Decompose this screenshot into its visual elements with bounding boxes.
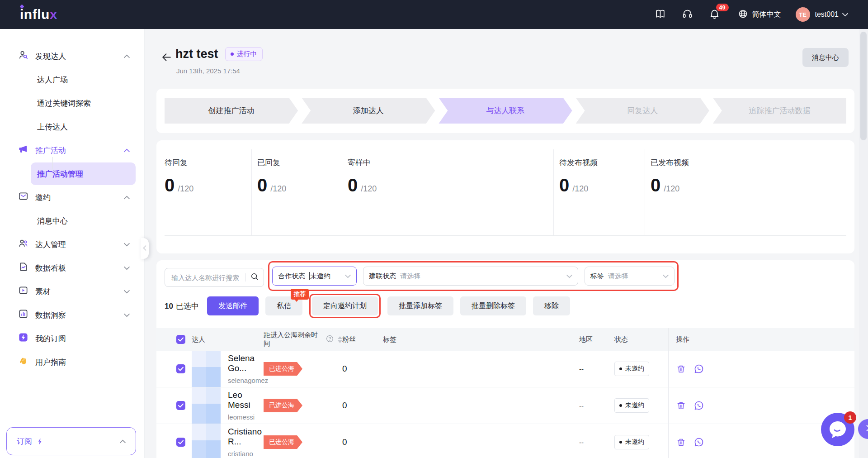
chat-widget-button[interactable]: 1 xyxy=(821,413,854,446)
sidebar-item-message-center[interactable]: 消息中心 xyxy=(0,209,144,233)
status-dot xyxy=(231,52,234,56)
support-button[interactable] xyxy=(681,8,694,21)
delete-icon[interactable] xyxy=(676,364,686,374)
batch-add-tags-button[interactable]: 批量添加标签 xyxy=(387,296,453,315)
help-icon[interactable] xyxy=(326,335,334,344)
message-center-button[interactable]: 消息中心 xyxy=(802,48,849,67)
lightning-tile-icon xyxy=(18,332,28,345)
sidebar-item-label: 数据洞察 xyxy=(35,310,66,320)
sidebar-item-user-guide[interactable]: 用户指南 xyxy=(0,350,144,374)
page-scrollbar xyxy=(859,29,868,458)
select-label: 标签 xyxy=(590,272,604,281)
remove-button[interactable]: 移除 xyxy=(533,296,570,315)
column-status: 状态 xyxy=(614,335,668,344)
column-region: 地区 xyxy=(579,335,614,344)
sidebar-active-row: 推广活动管理 xyxy=(0,162,144,186)
divider xyxy=(245,273,246,281)
sidebar-item-creator-marketplace[interactable]: 达人广场 xyxy=(0,68,144,91)
sidebar-item-campaigns[interactable]: 推广活动 xyxy=(0,138,144,162)
lightning-icon xyxy=(36,437,44,446)
row-checkbox[interactable] xyxy=(176,438,185,447)
sidebar-item-invitations[interactable]: 邀约 xyxy=(0,186,144,209)
creator-name: Cristiano R... xyxy=(228,427,264,447)
send-email-button[interactable]: 发送邮件 xyxy=(207,296,259,315)
creator-avatar xyxy=(192,424,221,458)
pool-status-badge: 已进公海 xyxy=(264,362,302,376)
selected-count: 10已选中 xyxy=(165,301,199,311)
whatsapp-icon[interactable] xyxy=(693,363,704,374)
language-switcher[interactable]: 简体中文 xyxy=(738,9,781,21)
tag-select[interactable]: 标签 请选择 xyxy=(585,267,675,286)
subscribe-button[interactable]: 订阅 xyxy=(6,427,136,455)
sidebar-item-data-dashboard[interactable]: 数据看板 xyxy=(0,256,144,280)
whatsapp-icon[interactable] xyxy=(693,437,704,448)
sidebar-item-campaign-management[interactable]: 推广活动管理 xyxy=(31,162,136,185)
docs-button[interactable] xyxy=(654,8,667,21)
stat-label: 已回复 xyxy=(257,157,342,168)
creator-handle: selenagomez xyxy=(228,377,268,384)
sidebar-item-creator-management[interactable]: 达人管理 xyxy=(0,233,144,256)
step-add-creators[interactable]: 添加达人 xyxy=(302,98,435,124)
page-scrollbar-thumb[interactable] xyxy=(860,32,867,140)
batch-remove-tags-button[interactable]: 批量删除标签 xyxy=(460,296,526,315)
sidebar-item-label: 我的订阅 xyxy=(35,334,66,344)
search-input[interactable] xyxy=(171,274,245,281)
talent-cell: Selena Go...selenagomez xyxy=(192,351,264,387)
row-checkbox[interactable] xyxy=(176,364,185,373)
row-checkbox[interactable] xyxy=(176,401,185,410)
sidebar-item-materials[interactable]: 素材 xyxy=(0,280,144,303)
talent-cell: Leo Messileomessi xyxy=(192,387,264,424)
book-open-icon xyxy=(655,8,666,21)
status-badge: 进行中 xyxy=(225,47,263,61)
stat-quota: /120 xyxy=(572,184,588,194)
back-button[interactable] xyxy=(161,52,172,65)
creator-table: 达人 距进入公海剩余时间 粉丝 标签 地区 状态 操作 xyxy=(156,328,854,458)
stat-label: 寄样中 xyxy=(348,157,553,168)
stat-value: 0 xyxy=(348,175,358,196)
logo[interactable]: influx xyxy=(20,7,57,22)
step-reply-creators[interactable]: 回复达人 xyxy=(576,98,709,124)
sidebar-item-keyword-explore[interactable]: 通过关键词探索 xyxy=(0,91,144,115)
sidebar-item-upload-creators[interactable]: 上传达人 xyxy=(0,115,144,138)
connect-status-select[interactable]: 建联状态 请选择 xyxy=(363,267,578,286)
region-cell: -- xyxy=(579,365,614,373)
column-fans: 粉丝 xyxy=(342,335,383,344)
column-pool-time-label: 距进入公海剩余时间 xyxy=(264,331,323,348)
stats-card: 待回复 0/120 已回复 0/120 寄样中 0/120 待发布视频 0/12… xyxy=(156,140,854,253)
chevron-up-icon xyxy=(124,196,130,200)
subscribe-label: 订阅 xyxy=(17,436,32,447)
sidebar-item-label: 素材 xyxy=(35,286,51,297)
sidebar-item-discover-creators[interactable]: 发现达人 xyxy=(0,44,144,68)
sidebar-collapse-handle[interactable] xyxy=(141,238,149,259)
sidebar-item-my-subscription[interactable]: 我的订阅 xyxy=(0,327,144,350)
cooperation-status-select[interactable]: 合作状态 未邀约 xyxy=(272,267,357,286)
stat-video-published: 已发布视频 0/120 xyxy=(645,149,846,235)
step-contact-creators[interactable]: 与达人联系 xyxy=(439,98,572,124)
chevron-up-icon xyxy=(124,148,130,153)
bar-chart-icon xyxy=(18,309,28,321)
chevron-right-icon xyxy=(863,424,868,434)
invite-status-badge: 未邀约 xyxy=(614,398,649,413)
stat-label: 待发布视频 xyxy=(559,157,645,168)
status-badge-label: 进行中 xyxy=(237,50,257,58)
recommend-badge: 推荐 xyxy=(291,289,309,300)
step-create-campaign[interactable]: 创建推广活动 xyxy=(165,98,298,124)
stat-quota: /120 xyxy=(664,184,679,194)
whatsapp-icon[interactable] xyxy=(693,400,704,411)
delete-icon[interactable] xyxy=(676,401,686,411)
notifications-button[interactable]: 49 xyxy=(708,8,722,21)
user-menu[interactable]: TE test001 xyxy=(796,7,848,22)
user-name: test001 xyxy=(815,10,839,19)
main-content: hzt test 进行中 Jun 13th, 2025 17:54 消息中心 创… xyxy=(145,29,868,458)
sidebar-item-data-insights[interactable]: 数据洞察 xyxy=(0,303,144,327)
select-all-checkbox[interactable] xyxy=(176,335,185,344)
stat-value: 0 xyxy=(257,175,267,196)
sort-control[interactable] xyxy=(338,336,342,343)
creator-handle: leomessi xyxy=(228,413,264,421)
pool-status-badge: 已进公海 xyxy=(264,399,302,412)
invite-status-label: 未邀约 xyxy=(625,401,644,410)
delete-icon[interactable] xyxy=(676,437,686,448)
targeted-invite-button[interactable]: 定向邀约计划 xyxy=(312,296,378,315)
step-track-campaign-data[interactable]: 追踪推广活动数据 xyxy=(713,98,846,124)
search-icon[interactable] xyxy=(250,272,259,283)
